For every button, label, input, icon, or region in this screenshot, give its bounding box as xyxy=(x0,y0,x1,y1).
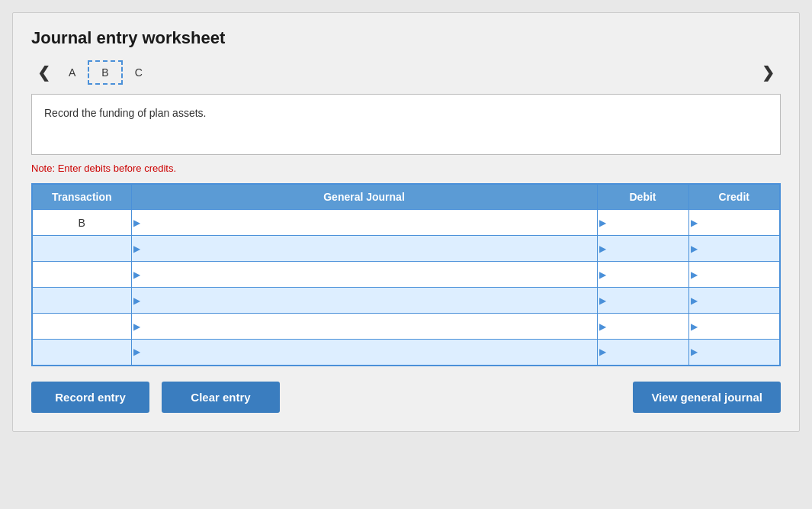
journal-input[interactable] xyxy=(135,345,594,359)
debit-cell[interactable]: ▶ xyxy=(597,262,688,288)
journal-cell[interactable]: ▶ xyxy=(131,340,597,366)
instruction-box: Record the funding of plan assets. xyxy=(31,94,781,155)
table-row: ▶ ▶ ▶ xyxy=(32,340,780,366)
transaction-cell xyxy=(32,262,131,288)
arrow-icon: ▶ xyxy=(599,346,606,357)
next-arrow[interactable]: ❯ xyxy=(756,60,781,85)
journal-input[interactable] xyxy=(135,215,594,230)
arrow-icon: ▶ xyxy=(133,321,140,332)
tab-c[interactable]: C xyxy=(123,62,155,83)
debit-input[interactable] xyxy=(601,293,685,308)
table-row: ▶ ▶ ▶ xyxy=(32,314,780,340)
journal-cell[interactable]: ▶ xyxy=(131,288,597,314)
arrow-icon: ▶ xyxy=(691,217,698,228)
debit-cell[interactable]: ▶ xyxy=(597,340,688,366)
col-header-debit: Debit xyxy=(597,184,688,210)
transaction-cell xyxy=(32,288,131,314)
debit-input[interactable] xyxy=(601,345,685,359)
journal-input[interactable] xyxy=(135,267,594,282)
tab-b[interactable]: B xyxy=(88,60,122,85)
debit-cell[interactable]: ▶ xyxy=(597,210,688,236)
journal-input[interactable] xyxy=(135,319,594,333)
debit-input[interactable] xyxy=(601,319,685,333)
credit-cell[interactable]: ▶ xyxy=(688,314,780,340)
journal-cell[interactable]: ▶ xyxy=(131,210,597,236)
page-title: Journal entry worksheet xyxy=(31,28,781,48)
credit-cell[interactable]: ▶ xyxy=(688,236,780,262)
arrow-icon: ▶ xyxy=(599,295,606,306)
credit-cell[interactable]: ▶ xyxy=(688,340,780,366)
arrow-icon: ▶ xyxy=(133,295,140,306)
arrow-icon: ▶ xyxy=(691,243,698,254)
debit-input[interactable] xyxy=(601,241,685,256)
credit-input[interactable] xyxy=(692,267,777,282)
col-header-credit: Credit xyxy=(688,184,780,210)
journal-cell[interactable]: ▶ xyxy=(131,236,597,262)
tab-a[interactable]: A xyxy=(56,62,88,83)
journal-cell[interactable]: ▶ xyxy=(131,314,597,340)
credit-cell[interactable]: ▶ xyxy=(688,210,780,236)
journal-input[interactable] xyxy=(135,293,594,308)
credit-input[interactable] xyxy=(692,345,777,359)
arrow-icon: ▶ xyxy=(599,321,606,332)
arrow-icon: ▶ xyxy=(133,346,140,357)
credit-cell[interactable]: ▶ xyxy=(688,288,780,314)
instruction-text: Record the funding of plan assets. xyxy=(44,107,206,119)
debit-input[interactable] xyxy=(601,215,685,230)
credit-input[interactable] xyxy=(692,241,777,256)
debit-cell[interactable]: ▶ xyxy=(597,314,688,340)
journal-input[interactable] xyxy=(135,241,594,256)
prev-arrow[interactable]: ❮ xyxy=(31,60,56,85)
arrow-icon: ▶ xyxy=(691,269,698,280)
table-row: B ▶ ▶ ▶ xyxy=(32,210,780,236)
record-entry-button[interactable]: Record entry xyxy=(31,382,149,413)
credit-input[interactable] xyxy=(692,215,777,230)
arrow-icon: ▶ xyxy=(133,243,140,254)
credit-cell[interactable]: ▶ xyxy=(688,262,780,288)
nav-tabs-row: ❮ A B C ❯ xyxy=(31,60,781,85)
arrow-icon: ▶ xyxy=(133,217,140,228)
note-text: Note: Enter debits before credits. xyxy=(31,163,781,174)
transaction-cell: B xyxy=(32,210,131,236)
arrow-icon: ▶ xyxy=(599,243,606,254)
table-row: ▶ ▶ ▶ xyxy=(32,288,780,314)
buttons-row: Record entry Clear entry View general jo… xyxy=(31,382,781,413)
credit-input[interactable] xyxy=(692,319,777,333)
transaction-cell xyxy=(32,314,131,340)
credit-input[interactable] xyxy=(692,293,777,308)
arrow-icon: ▶ xyxy=(599,217,606,228)
debit-cell[interactable]: ▶ xyxy=(597,288,688,314)
col-header-general-journal: General Journal xyxy=(131,184,597,210)
debit-input[interactable] xyxy=(601,267,685,282)
arrow-icon: ▶ xyxy=(133,269,140,280)
worksheet-card: Journal entry worksheet ❮ A B C ❯ Record… xyxy=(12,12,800,432)
outer-container: Journal entry worksheet ❮ A B C ❯ Record… xyxy=(0,0,812,509)
debit-cell[interactable]: ▶ xyxy=(597,236,688,262)
table-row: ▶ ▶ ▶ xyxy=(32,262,780,288)
transaction-cell xyxy=(32,340,131,366)
clear-entry-button[interactable]: Clear entry xyxy=(162,382,280,413)
view-general-journal-button[interactable]: View general journal xyxy=(633,382,781,413)
transaction-cell xyxy=(32,236,131,262)
arrow-icon: ▶ xyxy=(691,346,698,357)
arrow-icon: ▶ xyxy=(599,269,606,280)
journal-table: Transaction General Journal Debit Credit… xyxy=(31,183,781,366)
arrow-icon: ▶ xyxy=(691,295,698,306)
col-header-transaction: Transaction xyxy=(32,184,131,210)
arrow-icon: ▶ xyxy=(691,321,698,332)
table-row: ▶ ▶ ▶ xyxy=(32,236,780,262)
journal-cell[interactable]: ▶ xyxy=(131,262,597,288)
